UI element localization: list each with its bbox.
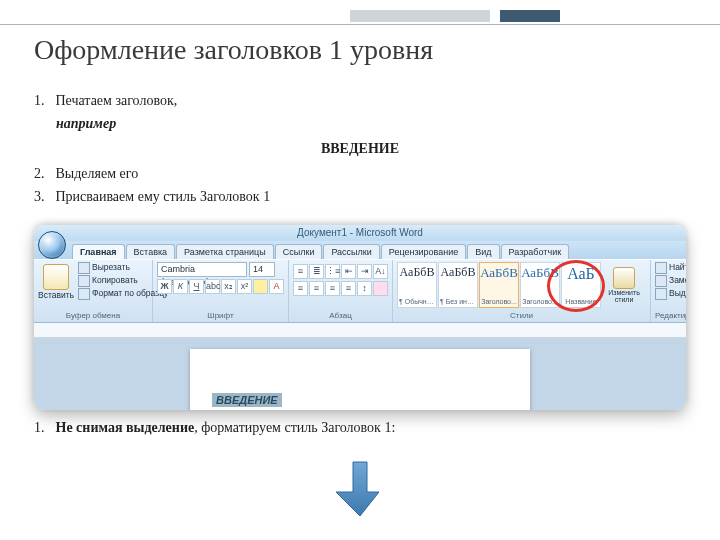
indent-dec-button[interactable]: ⇤: [341, 264, 356, 279]
style-sample: АаБбВ: [480, 265, 518, 281]
tab-review[interactable]: Рецензирование: [381, 244, 467, 259]
replace-button[interactable]: Заменить: [655, 275, 686, 287]
paste-icon: [43, 264, 69, 290]
tab-view[interactable]: Вид: [467, 244, 499, 259]
find-button[interactable]: Найти ▾: [655, 262, 686, 274]
group-paragraph-label: Абзац: [293, 311, 388, 320]
step-3: 3. Присваиваем ему стиль Заголовок 1: [34, 186, 686, 207]
step-1-num: 1.: [34, 90, 52, 111]
step-3-text: Присваиваем ему стиль Заголовок 1: [56, 189, 271, 204]
step-4-rest: , форматируем стиль Заголовок 1:: [194, 420, 395, 435]
sort-button[interactable]: A↓: [373, 264, 388, 279]
ribbon: Вставить Вырезать Копировать Формат по о…: [34, 259, 686, 323]
tab-dev[interactable]: Разработчик: [501, 244, 569, 259]
step-2-text: Выделяем его: [56, 166, 139, 181]
style-title[interactable]: АаБ Название: [561, 262, 601, 308]
paste-button[interactable]: Вставить: [38, 262, 74, 311]
bold-button[interactable]: Ж: [157, 279, 172, 294]
tab-mail[interactable]: Рассылки: [323, 244, 379, 259]
font-size-select[interactable]: 14: [249, 262, 275, 277]
select-icon: [655, 288, 667, 300]
step-3-num: 3.: [34, 186, 52, 207]
tab-insert[interactable]: Вставка: [126, 244, 175, 259]
style-heading2[interactable]: АаБбВ Заголово...: [520, 262, 560, 308]
style-nospacing[interactable]: АаБбВ ¶ Без инте...: [438, 262, 478, 308]
style-label: Название: [565, 298, 596, 305]
down-arrow-icon: [335, 460, 385, 520]
style-label: ¶ Без инте...: [440, 298, 476, 305]
change-styles-label: Изменить стили: [602, 289, 646, 303]
window-title: Документ1 - Microsoft Word: [34, 225, 686, 241]
step-2-num: 2.: [34, 163, 52, 184]
align-center-button[interactable]: ≡: [309, 281, 324, 296]
shading-button[interactable]: [373, 281, 388, 296]
group-paragraph: ≡ ≣ ⋮≡ ⇤ ⇥ A↓ ≡ ≡ ≡ ≡ ↕ Абзац: [289, 260, 393, 322]
group-editing: Найти ▾ Заменить Выделить ▾ Редактирован…: [651, 260, 686, 322]
cut-label: Вырезать: [92, 262, 130, 272]
select-button[interactable]: Выделить ▾: [655, 288, 686, 300]
change-styles-button[interactable]: Изменить стили: [602, 265, 646, 305]
styles-gallery: АаБбВ ¶ Обычный АаБбВ ¶ Без инте... АаБб…: [397, 262, 646, 308]
style-heading1[interactable]: АаБбВ Заголово...: [479, 262, 519, 308]
step-1-example-lead: например: [56, 113, 686, 134]
underline-button[interactable]: Ч: [189, 279, 204, 294]
ribbon-tabs: Главная Вставка Разметка страницы Ссылки…: [34, 241, 686, 259]
page[interactable]: ВВЕДЕНИЕ: [190, 349, 530, 410]
bullets-button[interactable]: ≡: [293, 264, 308, 279]
step-4: 1. Не снимая выделение, форматируем стил…: [34, 420, 686, 436]
align-right-button[interactable]: ≡: [325, 281, 340, 296]
selected-heading-text[interactable]: ВВЕДЕНИЕ: [212, 393, 282, 407]
office-orb-icon[interactable]: [38, 231, 66, 259]
linespacing-button[interactable]: ↕: [357, 281, 372, 296]
align-left-button[interactable]: ≡: [293, 281, 308, 296]
group-styles-label: Стили: [397, 311, 646, 320]
copy-label: Копировать: [92, 275, 138, 285]
font-color-button[interactable]: A: [269, 279, 284, 294]
step-1-example-word: ВВЕДЕНИЕ: [34, 138, 686, 159]
multilevel-button[interactable]: ⋮≡: [325, 264, 340, 279]
italic-button[interactable]: К: [173, 279, 188, 294]
group-font-label: Шрифт: [157, 311, 284, 320]
justify-button[interactable]: ≡: [341, 281, 356, 296]
style-label: Заголово...: [481, 298, 517, 305]
strike-button[interactable]: abc: [205, 279, 220, 294]
indent-inc-button[interactable]: ⇥: [357, 264, 372, 279]
slide-title: Оформление заголовков 1 уровня: [34, 34, 433, 66]
decor-bar-light: [350, 10, 490, 22]
step-1-text: Печатаем заголовок,: [56, 93, 178, 108]
step-4-num: 1.: [34, 420, 52, 436]
tab-layout[interactable]: Разметка страницы: [176, 244, 274, 259]
sub-button[interactable]: x₂: [221, 279, 236, 294]
find-icon: [655, 262, 667, 274]
style-normal[interactable]: АаБбВ ¶ Обычный: [397, 262, 437, 308]
style-sample: АаБбВ: [400, 265, 435, 280]
highlight-button[interactable]: [253, 279, 268, 294]
group-clipboard-label: Буфер обмена: [38, 311, 148, 320]
select-label: Выделить: [669, 288, 686, 298]
scissors-icon: [78, 262, 90, 274]
replace-label: Заменить: [669, 275, 686, 285]
tab-refs[interactable]: Ссылки: [275, 244, 323, 259]
style-label: Заголово...: [522, 298, 558, 305]
font-name-select[interactable]: Cambria (Заголовок): [157, 262, 247, 277]
step-4-bold: Не снимая выделение: [56, 420, 195, 435]
document-area: ВВЕДЕНИЕ: [34, 338, 686, 410]
replace-icon: [655, 275, 667, 287]
change-styles-icon: [613, 267, 635, 289]
decor-rule: [0, 24, 720, 25]
style-sample: АаБ: [567, 265, 595, 283]
paste-label: Вставить: [38, 290, 74, 300]
word-screenshot: Документ1 - Microsoft Word Главная Встав…: [34, 225, 686, 410]
steps-block: 1. Печатаем заголовок, например ВВЕДЕНИЕ…: [34, 90, 686, 209]
brush-icon: [78, 288, 90, 300]
group-clipboard: Вставить Вырезать Копировать Формат по о…: [34, 260, 153, 322]
style-sample: АаБбВ: [441, 265, 476, 280]
ruler: [34, 323, 686, 338]
tab-home[interactable]: Главная: [72, 244, 125, 259]
find-label: Найти: [669, 262, 686, 272]
numbering-button[interactable]: ≣: [309, 264, 324, 279]
font-toolbar: Ж К Ч abc x₂ x² A: [157, 279, 284, 294]
sup-button[interactable]: x²: [237, 279, 252, 294]
step-1: 1. Печатаем заголовок,: [34, 90, 686, 111]
style-sample: АаБбВ: [521, 265, 559, 281]
